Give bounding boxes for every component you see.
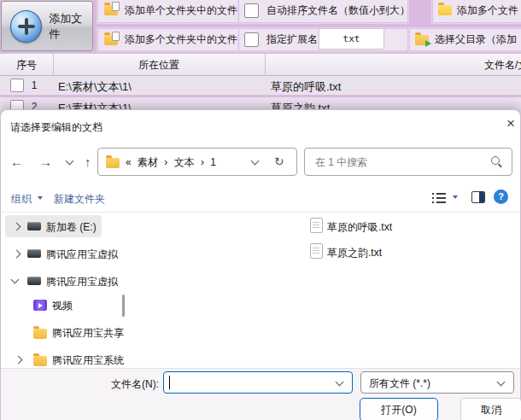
preview-pane-icon[interactable] <box>471 191 485 203</box>
address-chevron-icon[interactable] <box>251 157 260 166</box>
tree-item-label: 视频 <box>52 299 73 313</box>
row-num: 1 <box>26 79 43 91</box>
add-file-button[interactable]: 添加文件 <box>1 1 93 51</box>
search-box[interactable]: 在 1 中搜索 <box>304 148 512 176</box>
row-checkbox[interactable] <box>10 79 24 92</box>
add-single-folder-button[interactable]: 添加单个文件夹中的文件 <box>97 0 241 24</box>
filename-input[interactable] <box>163 371 353 394</box>
tree-item-videos[interactable]: 视频 <box>1 294 127 316</box>
specify-ext-checkbox[interactable] <box>244 32 259 47</box>
open-file-dialog: 请选择要编辑的文档 × ← → ↑ « 素材 › 文本 › 1 ↻ 在 1 中搜… <box>0 109 521 420</box>
select-parent-dir-label: 选择父目录（添加 <box>435 32 517 47</box>
organize-menu[interactable]: 组织 <box>11 192 32 207</box>
folder-go-icon <box>415 35 429 45</box>
dialog-commandbar: 组织 新建文件夹 ? <box>1 184 520 212</box>
text-file-icon <box>310 218 323 233</box>
open-button[interactable]: 打开(O) <box>360 398 438 420</box>
file-list: 草原的呼吸.txt 草原之韵.txt <box>129 213 520 368</box>
folder-icon <box>106 158 120 168</box>
tree-item-system-folder[interactable]: 腾讯应用宝系统 <box>1 348 127 368</box>
video-icon <box>33 300 47 311</box>
text-caret <box>169 376 170 389</box>
up-icon[interactable]: ↑ <box>85 155 91 168</box>
filename-label: 文件名(N): <box>99 377 159 392</box>
dialog-footer: 文件名(N): 所有文件 (*.*) 打开(O) 取消 <box>1 368 520 420</box>
auto-sort-checkbox[interactable] <box>244 3 259 18</box>
tree-item-virtual-drive-1[interactable]: 腾讯应用宝虚拟 <box>1 242 127 265</box>
dialog-title: 请选择要编辑的文档 <box>10 120 102 135</box>
add-single-folder-label: 添加单个文件夹中的文件 <box>125 3 237 18</box>
breadcrumb[interactable]: « 素材 › 文本 › 1 <box>126 155 216 170</box>
select-parent-dir-button[interactable]: 选择父目录（添加 <box>408 27 521 52</box>
add-multi-folder-label: 添加多个文件夹中的文件 <box>125 32 237 47</box>
search-icon <box>491 156 500 165</box>
filetype-select[interactable]: 所有文件 (*.*) <box>360 371 514 394</box>
drive-icon <box>27 249 41 258</box>
dialog-titlebar: 请选择要编辑的文档 × <box>1 110 520 141</box>
history-chevron-icon[interactable] <box>66 157 74 166</box>
tree-item-label: 新加卷 (E:) <box>46 220 97 235</box>
header-num[interactable]: 序号 <box>0 58 53 73</box>
file-name: 草原的呼吸.txt <box>327 220 392 235</box>
new-folder-button[interactable]: 新建文件夹 <box>54 192 105 207</box>
refresh-icon[interactable]: ↻ <box>274 155 284 168</box>
row-path: E:\素材\文本\1\ <box>58 79 132 95</box>
search-placeholder: 在 1 中搜索 <box>315 155 367 170</box>
text-file-icon <box>310 243 323 259</box>
tree-item-shared-folder[interactable]: 腾讯应用宝共享 <box>1 321 127 343</box>
tree-item-virtual-drive-2[interactable]: 腾讯应用宝虚拟 <box>1 270 127 292</box>
drive-icon <box>27 277 41 285</box>
auto-sort-panel: 自动排序文件名（数值小到大） <box>237 0 409 24</box>
view-list-icon[interactable] <box>432 192 446 202</box>
view-chevron-icon[interactable] <box>453 195 458 199</box>
back-icon[interactable]: ← <box>10 155 23 168</box>
screen: { "icons": { "back": "←", "forward": "→"… <box>0 0 521 420</box>
tree-item-label: 腾讯应用宝虚拟 <box>46 248 118 262</box>
plus-icon <box>10 10 42 43</box>
folder-doc-icon <box>104 5 118 15</box>
add-multi-folder-button[interactable]: 添加多个文件夹中的文件 <box>97 27 241 52</box>
address-bar[interactable]: « 素材 › 文本 › 1 ↻ <box>97 148 297 176</box>
tree-item-new-volume-e[interactable]: 新加卷 (E:) <box>1 215 127 237</box>
tree-item-label: 腾讯应用宝共享 <box>52 326 124 341</box>
folder-icon <box>33 356 47 366</box>
folder-doc-icon <box>104 35 118 45</box>
forward-icon[interactable]: → <box>39 155 52 168</box>
drive-icon <box>27 222 41 230</box>
ext-input[interactable]: txt <box>319 28 384 50</box>
chevron-right-icon[interactable] <box>13 250 21 259</box>
auto-sort-label: 自动排序文件名（数值小到大） <box>266 3 409 18</box>
header-path[interactable]: 所在位置 <box>53 58 265 73</box>
close-icon[interactable]: × <box>506 115 515 132</box>
chevron-right-icon[interactable] <box>15 356 23 365</box>
folder-icon <box>438 5 452 15</box>
tree-scrollbar[interactable] <box>122 295 125 317</box>
app-toolbar: 添加文件 添加单个文件夹中的文件 添加多个文件夹中的文件 自动排序文件名（数值小… <box>0 0 521 53</box>
add-multi-files-button[interactable]: 添加多个文件 <box>431 0 521 24</box>
filetype-chevron-icon <box>497 378 506 387</box>
filetype-value: 所有文件 (*.*) <box>369 376 430 391</box>
table-header: 序号 所在位置 文件名/文 <box>0 53 521 76</box>
table-row[interactable]: 1 E:\素材\文本\1\ 草原的呼吸.txt <box>0 76 521 95</box>
chevron-right-icon[interactable] <box>13 223 21 231</box>
file-name: 草原之韵.txt <box>327 246 382 260</box>
add-multi-files-label: 添加多个文件 <box>457 3 518 18</box>
specify-ext-label: 指定扩展名: <box>266 32 320 47</box>
tree-item-label: 腾讯应用宝虚拟 <box>46 275 118 289</box>
row-filename: 草原的呼吸.txt <box>271 79 341 95</box>
cancel-button[interactable]: 取消 <box>460 398 521 420</box>
dialog-navbar: ← → ↑ « 素材 › 文本 › 1 ↻ 在 1 中搜索 <box>1 141 520 184</box>
filename-chevron-icon[interactable] <box>336 378 344 387</box>
organize-chevron-icon <box>38 196 43 200</box>
add-file-label: 添加文件 <box>49 11 92 42</box>
chevron-down-icon[interactable] <box>11 276 20 284</box>
folder-tree: 新加卷 (E:) 腾讯应用宝虚拟 腾讯应用宝虚拟 视频 腾讯应用宝共享 腾讯应用… <box>1 213 127 368</box>
header-name[interactable]: 文件名/文 <box>484 58 521 73</box>
help-icon[interactable]: ? <box>494 190 508 204</box>
folder-icon <box>33 329 47 339</box>
tree-item-label: 腾讯应用宝系统 <box>52 353 124 368</box>
